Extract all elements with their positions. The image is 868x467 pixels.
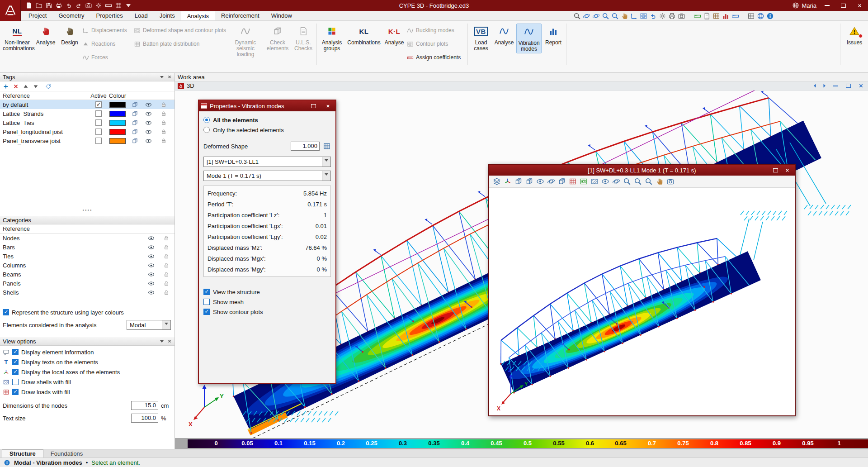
maximize-dialog-button[interactable] bbox=[307, 101, 319, 110]
collapse-tags-icon[interactable] bbox=[160, 76, 164, 80]
capture-icon[interactable] bbox=[678, 12, 685, 20]
close-tags-icon[interactable] bbox=[167, 74, 172, 81]
mode-select[interactable]: Mode 1 (T = 0.171 s) bbox=[203, 171, 331, 181]
radio-only-selected[interactable]: Only the selected elements bbox=[199, 125, 335, 135]
category-row[interactable]: Ties bbox=[0, 252, 175, 261]
measure-icon[interactable] bbox=[105, 2, 112, 9]
maximize-mode-window-button[interactable] bbox=[769, 166, 781, 175]
active-checkbox[interactable] bbox=[95, 129, 102, 135]
more-icon[interactable] bbox=[125, 2, 132, 9]
view-option-checkbox[interactable] bbox=[12, 379, 19, 385]
previous-window-icon[interactable] bbox=[812, 83, 818, 89]
load-cases-button[interactable]: VB Load cases bbox=[470, 24, 492, 52]
lock-icon[interactable] bbox=[160, 129, 167, 135]
eye-icon[interactable] bbox=[148, 280, 155, 287]
lock-icon[interactable] bbox=[163, 271, 170, 277]
eye-icon[interactable] bbox=[148, 235, 155, 242]
represent-layer-colours-option[interactable]: Represent the structure using layer colo… bbox=[0, 307, 175, 317]
tag-row[interactable]: Panel_transverse joist bbox=[0, 136, 175, 145]
loads-icon[interactable] bbox=[569, 177, 577, 186]
fit-view-icon[interactable] bbox=[640, 12, 647, 20]
local-axes-icon[interactable] bbox=[504, 177, 512, 186]
buckling-combinations-button[interactable]: KL Combinations bbox=[346, 24, 382, 46]
panel-splitter[interactable]: •••• bbox=[0, 208, 175, 213]
show-contour-plots-option[interactable]: Show contour plots bbox=[199, 307, 335, 317]
lock-icon[interactable] bbox=[163, 253, 170, 259]
print-view-icon[interactable] bbox=[668, 12, 676, 20]
show-mesh-option[interactable]: Show mesh bbox=[199, 297, 335, 307]
combination-select[interactable]: [1] SW+DL+0.3·LL1 bbox=[203, 157, 331, 167]
view-option-row[interactable]: Draw shells with fill bbox=[0, 377, 175, 387]
view-option-checkbox[interactable] bbox=[12, 369, 19, 375]
eye-icon[interactable] bbox=[145, 138, 152, 144]
properties-dialog[interactable]: Properties - Vibration modes All the ele… bbox=[198, 100, 336, 384]
scale-icon[interactable] bbox=[693, 12, 701, 20]
snapshot-icon[interactable] bbox=[666, 177, 675, 186]
tag-row[interactable]: Lattice_Strands bbox=[0, 109, 175, 118]
mesh-icon[interactable] bbox=[590, 177, 599, 186]
textures-icon[interactable] bbox=[712, 12, 720, 20]
mode-preview-window[interactable]: [1] SW+DL+0.3·LL1 Mode 1 (T = 0.171 s) bbox=[488, 164, 796, 416]
issues-button[interactable]: Issues bbox=[843, 24, 866, 46]
tab-geometry[interactable]: Geometry bbox=[52, 11, 90, 20]
cube-icon[interactable] bbox=[132, 129, 138, 135]
zoom-window-icon[interactable] bbox=[602, 12, 609, 20]
view-option-row[interactable]: Draw loads with fill bbox=[0, 387, 175, 397]
view-option-checkbox[interactable] bbox=[12, 359, 19, 365]
save-icon[interactable] bbox=[45, 2, 52, 9]
assign-coefficients-button[interactable]: Assign coefficients bbox=[407, 52, 466, 62]
tab-properties[interactable]: Properties bbox=[90, 11, 129, 20]
tag-row[interactable]: Lattice_Ties bbox=[0, 118, 175, 127]
view-option-row[interactable]: Display the local axes of the elements bbox=[0, 367, 175, 377]
minimize-view-button[interactable] bbox=[831, 81, 840, 91]
colour-swatch[interactable] bbox=[109, 138, 126, 144]
close-view-button[interactable] bbox=[856, 81, 865, 91]
represent-layer-colours-checkbox[interactable] bbox=[3, 309, 9, 315]
pan-icon[interactable] bbox=[621, 12, 628, 20]
rotate-view-icon[interactable] bbox=[547, 177, 555, 186]
rotate-view-icon[interactable] bbox=[592, 12, 600, 20]
view-structure-option[interactable]: View the structure bbox=[199, 287, 335, 297]
tab-load[interactable]: Load bbox=[129, 11, 154, 20]
undo-icon[interactable] bbox=[65, 2, 72, 9]
lock-icon[interactable] bbox=[163, 289, 170, 295]
redo-icon[interactable] bbox=[75, 2, 82, 9]
search-icon[interactable] bbox=[573, 12, 581, 20]
redraw-icon[interactable] bbox=[659, 12, 666, 20]
close-dialog-button[interactable] bbox=[322, 101, 334, 110]
analyse-stress-button[interactable]: Analyse bbox=[34, 24, 57, 46]
mode-3d-view[interactable]: Z Y X bbox=[489, 188, 795, 416]
category-row[interactable]: Columns bbox=[0, 261, 175, 270]
print-icon[interactable] bbox=[55, 2, 62, 9]
restore-view-button[interactable] bbox=[844, 81, 853, 91]
cube-icon[interactable] bbox=[132, 119, 138, 126]
new-document-icon[interactable] bbox=[25, 2, 33, 9]
collapse-view-options-icon[interactable] bbox=[160, 340, 164, 344]
close-mode-window-button[interactable] bbox=[781, 166, 793, 175]
web-icon[interactable] bbox=[757, 12, 764, 20]
view-layers-icon[interactable] bbox=[493, 177, 501, 186]
design-button[interactable]: Design bbox=[59, 24, 80, 46]
zoom-window-icon[interactable] bbox=[634, 177, 642, 186]
windows-icon[interactable] bbox=[747, 12, 755, 20]
references-icon[interactable] bbox=[703, 12, 711, 20]
close-button[interactable] bbox=[854, 1, 865, 10]
report-button[interactable]: Report bbox=[543, 24, 563, 46]
tab-3d[interactable]: 3D bbox=[187, 82, 194, 89]
add-tag-icon[interactable] bbox=[3, 83, 9, 90]
tab-joints[interactable]: Joints bbox=[154, 11, 181, 20]
orbit-icon[interactable] bbox=[583, 12, 590, 20]
help-icon[interactable] bbox=[766, 12, 774, 20]
hide-elements-icon[interactable] bbox=[601, 177, 609, 186]
active-checkbox[interactable] bbox=[95, 138, 102, 144]
deformed-shape-table-button[interactable] bbox=[323, 142, 331, 150]
show-mesh-checkbox[interactable] bbox=[203, 299, 210, 305]
radio-button[interactable] bbox=[203, 127, 210, 133]
active-checkbox[interactable] bbox=[95, 101, 102, 108]
tab-project[interactable]: Project bbox=[23, 11, 52, 20]
lock-icon[interactable] bbox=[160, 110, 167, 117]
move-up-icon[interactable] bbox=[23, 83, 29, 90]
node-dimensions-input[interactable]: 15.0 bbox=[131, 401, 158, 410]
user-account[interactable]: Maria bbox=[792, 2, 816, 9]
view-option-checkbox[interactable] bbox=[12, 349, 19, 355]
